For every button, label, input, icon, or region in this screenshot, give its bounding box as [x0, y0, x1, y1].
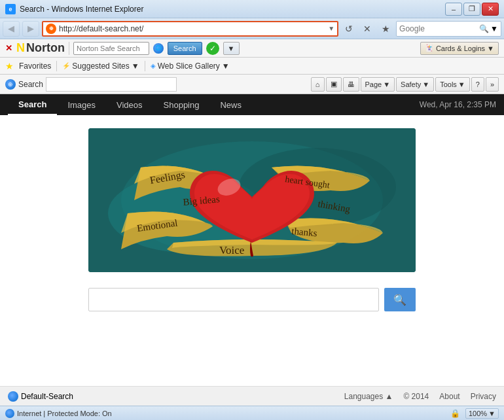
norton-dropdown-arrow[interactable]: ▼	[223, 42, 240, 55]
norton-logo: N Norton	[16, 41, 65, 55]
main-search-section: 🔍	[88, 288, 416, 311]
toolbar-row-2: ⊕ Search ⌂ ▣ 🖶 Page▼ Safety▼ Tools▼ ? »	[0, 75, 504, 94]
page-footer: Default-Search Languages ▲ © 2014 About …	[0, 386, 504, 406]
copyright-text: © 2014	[403, 392, 429, 401]
norton-check-icon: ✓	[206, 42, 219, 55]
tab-news[interactable]: News	[209, 94, 252, 115]
privacy-link[interactable]: Privacy	[471, 392, 496, 401]
tab-videos-label: Videos	[117, 100, 143, 110]
lock-icon: 🔒	[450, 409, 460, 418]
tab-shopping[interactable]: Shopping	[153, 94, 210, 115]
web-slice-gallery-item[interactable]: ◈ Web Slice Gallery ▼	[151, 61, 230, 71]
title-bar: e Search - Windows Internet Explorer – ❐…	[0, 0, 504, 18]
toolbar-right-buttons: ⌂ ▣ 🖶 Page▼ Safety▼ Tools▼ ? »	[311, 77, 499, 92]
close-button[interactable]: ✕	[482, 3, 499, 16]
zoom-level: 100%	[469, 410, 487, 417]
favorites-label: Favorites	[19, 61, 51, 71]
toolbar-globe-icon: ⊕	[5, 79, 16, 90]
about-link[interactable]: About	[439, 392, 459, 401]
fav-separator-2	[145, 61, 145, 71]
favorites-star-icon: ★	[5, 61, 14, 71]
search-nav-tabs: Search Images Videos Shopping News Wed, …	[0, 94, 504, 115]
norton-cards-label: Cards & Logins	[436, 44, 485, 52]
navigation-bar: ◀ ▶ ⊕ ▼ ↺ ✕ ★ 🔍 ▼	[0, 18, 504, 39]
norton-search-box[interactable]	[73, 42, 149, 55]
footer-globe-icon	[8, 391, 18, 402]
suggested-sites-item[interactable]: ⚡ Suggested Sites ▼	[62, 61, 139, 71]
favorites-item[interactable]: Favorites	[19, 61, 51, 71]
home-button[interactable]: ⌂	[311, 77, 325, 92]
web-slice-arrow: ▼	[222, 61, 230, 71]
suggested-sites-label: Suggested Sites	[72, 61, 129, 71]
browser-search-input[interactable]	[399, 24, 478, 33]
stop-button[interactable]: ✕	[359, 21, 375, 37]
norton-search-label: Search	[173, 44, 196, 52]
forward-button[interactable]: ▶	[22, 21, 39, 37]
fav-separator	[56, 61, 57, 71]
norton-search-input[interactable]	[77, 44, 146, 52]
web-slice-gallery-label: Web Slice Gallery	[158, 61, 220, 71]
app-icon: e	[5, 4, 16, 14]
norton-toolbar: ✕ N Norton 🌐 Search ✓ ▼ 🃏 Cards & Logins…	[0, 39, 504, 58]
zoom-control[interactable]: 100% ▼	[465, 408, 499, 419]
print-button[interactable]: 🖶	[343, 77, 359, 92]
window-controls: – ❐ ✕	[445, 3, 499, 16]
footer-logo: Default-Search	[8, 391, 73, 402]
restore-button[interactable]: ❐	[463, 3, 480, 16]
status-right: 🔒 100% ▼	[450, 408, 499, 419]
status-globe-icon	[5, 409, 14, 418]
tab-images-label: Images	[67, 100, 96, 110]
back-button[interactable]: ◀	[3, 21, 20, 37]
search-button-icon: 🔍	[393, 294, 406, 306]
address-input[interactable]	[59, 24, 325, 33]
tools-button[interactable]: Tools▼	[435, 77, 470, 92]
main-search-input[interactable]	[88, 288, 379, 311]
page-icon: ⊕	[46, 24, 56, 34]
tools-label: Tools	[440, 80, 457, 88]
hero-banner: Feelings Emotional Big ideas heart sough…	[88, 128, 416, 272]
favorites-bar: ★ Favorites ⚡ Suggested Sites ▼ ◈ Web Sl…	[0, 58, 504, 75]
help-button[interactable]: ?	[471, 77, 484, 92]
tab-news-label: News	[220, 100, 242, 110]
browser-search-box[interactable]: 🔍 ▼	[396, 21, 501, 37]
tab-search-label: Search	[18, 99, 46, 109]
languages-link[interactable]: Languages ▲	[344, 392, 393, 401]
search-magnifier-icon: 🔍	[479, 24, 489, 33]
favorites-star-button[interactable]: ★	[378, 21, 393, 37]
toolbar-separator	[69, 42, 69, 55]
search-dropdown-arrow[interactable]: ▼	[490, 24, 498, 33]
expand-button[interactable]: »	[486, 77, 499, 92]
footer-links: Languages ▲ © 2014 About Privacy	[344, 392, 496, 401]
norton-cards-arrow: ▼	[487, 44, 494, 52]
tab-shopping-label: Shopping	[164, 100, 200, 110]
main-search-button[interactable]: 🔍	[384, 288, 416, 311]
norton-close-button[interactable]: ✕	[5, 43, 12, 53]
current-date-time: Wed, Apr 16, 2:35 PM	[420, 100, 496, 109]
tab-images[interactable]: Images	[57, 94, 106, 115]
minimize-button[interactable]: –	[445, 3, 462, 16]
toolbar-search-section: ⊕ Search	[5, 79, 43, 90]
page-button[interactable]: Page▼	[361, 77, 395, 92]
toolbar-search-input[interactable]	[46, 77, 177, 92]
window-title: Search - Windows Internet Explorer	[20, 5, 143, 14]
safety-button[interactable]: Safety▼	[396, 77, 434, 92]
rss-button[interactable]: ▣	[326, 77, 342, 92]
tab-search[interactable]: Search	[8, 94, 57, 115]
tab-videos[interactable]: Videos	[106, 94, 153, 115]
main-content: Feelings Emotional Big ideas heart sough…	[0, 115, 504, 386]
norton-cards-button[interactable]: 🃏 Cards & Logins ▼	[420, 42, 499, 55]
hero-svg: Feelings Emotional Big ideas heart sough…	[88, 128, 416, 272]
svg-text:thanks: thanks	[291, 226, 318, 238]
address-dropdown-arrow[interactable]: ▼	[328, 25, 334, 32]
toolbar-search-label: Search	[18, 80, 43, 89]
zoom-dropdown-arrow: ▼	[488, 410, 495, 417]
page-label: Page	[365, 80, 382, 88]
status-bar: Internet | Protected Mode: On 🔒 100% ▼	[0, 406, 504, 420]
refresh-button[interactable]: ↺	[341, 21, 357, 37]
svg-text:Voice: Voice	[219, 244, 244, 256]
address-bar[interactable]: ⊕ ▼	[42, 21, 338, 37]
status-left: Internet | Protected Mode: On	[5, 409, 112, 418]
norton-search-button[interactable]: Search	[168, 42, 202, 55]
footer-logo-text: Default-Search	[21, 392, 73, 401]
status-text: Internet | Protected Mode: On	[17, 410, 112, 417]
